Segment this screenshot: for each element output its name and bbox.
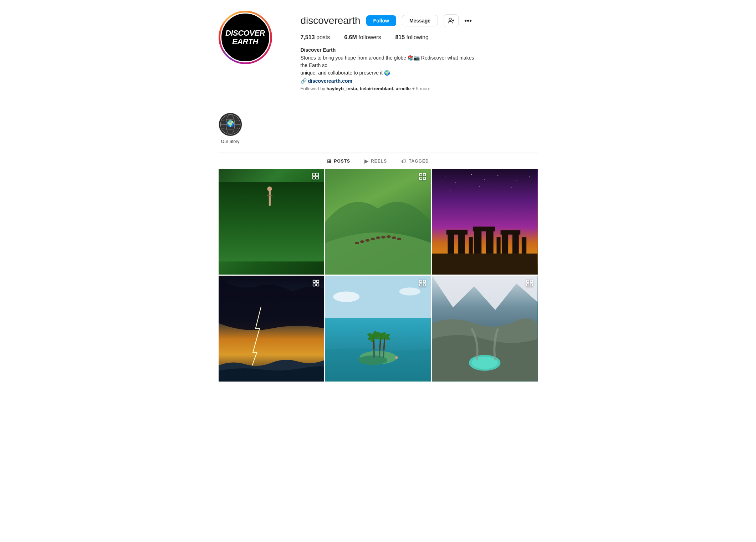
- username: discoverearth: [301, 15, 361, 26]
- svg-rect-50: [501, 230, 521, 235]
- svg-point-22: [381, 236, 385, 238]
- svg-rect-78: [420, 284, 422, 286]
- message-button[interactable]: Message: [402, 15, 438, 26]
- svg-rect-51: [469, 237, 473, 254]
- svg-point-0: [449, 18, 451, 21]
- add-person-button[interactable]: [444, 14, 459, 27]
- post-item[interactable]: [219, 276, 324, 381]
- svg-rect-12: [312, 173, 315, 176]
- reels-tab-label: REELS: [371, 159, 387, 164]
- post-1-visual: [219, 169, 324, 275]
- website-link[interactable]: 🔗 discoverearth.com: [301, 78, 538, 84]
- svg-rect-26: [420, 174, 422, 176]
- svg-point-18: [360, 240, 364, 243]
- reels-tab-icon: ▶: [364, 158, 369, 164]
- svg-rect-56: [317, 280, 319, 282]
- highlight-item[interactable]: 🌍 Our Story: [219, 113, 242, 144]
- follow-button[interactable]: Follow: [366, 15, 396, 26]
- svg-point-37: [529, 177, 530, 177]
- svg-rect-15: [316, 177, 319, 179]
- svg-rect-57: [313, 284, 315, 286]
- highlight-globe-icon: 🌍: [220, 114, 241, 135]
- following-stat[interactable]: 815 following: [395, 34, 428, 41]
- tab-tagged[interactable]: 🏷 TAGGED: [394, 153, 436, 169]
- svg-rect-43: [458, 232, 465, 254]
- svg-point-38: [450, 190, 450, 190]
- svg-rect-9: [269, 190, 270, 206]
- post-4-icon: [312, 279, 321, 288]
- svg-rect-83: [526, 280, 528, 282]
- svg-rect-8: [219, 182, 324, 261]
- link-icon: 🔗: [301, 78, 307, 84]
- svg-rect-85: [526, 284, 528, 286]
- svg-point-24: [392, 236, 396, 239]
- avatar-inner: DISCOVEREARTH: [220, 12, 270, 62]
- profile-info: discoverearth Follow Message •••: [301, 11, 538, 91]
- svg-rect-14: [312, 177, 315, 179]
- svg-point-39: [479, 186, 480, 186]
- svg-rect-55: [313, 280, 315, 282]
- post-2-visual: [325, 169, 431, 275]
- svg-point-33: [471, 174, 472, 175]
- add-person-icon: [448, 17, 455, 24]
- avatar-ring: DISCOVEREARTH: [219, 11, 272, 64]
- svg-text:🌍: 🌍: [226, 120, 235, 128]
- svg-point-36: [516, 181, 516, 181]
- svg-point-35: [497, 175, 498, 176]
- svg-rect-11: [266, 195, 272, 196]
- svg-rect-76: [420, 280, 422, 282]
- svg-rect-42: [448, 232, 455, 254]
- svg-rect-13: [316, 173, 319, 176]
- followers-stat[interactable]: 6.6M followers: [344, 34, 381, 41]
- svg-point-25: [397, 238, 401, 240]
- svg-rect-46: [486, 230, 494, 254]
- svg-point-61: [333, 292, 359, 302]
- highlight-avatar: 🌍: [219, 113, 242, 136]
- post-1-icon: [312, 173, 321, 181]
- more-button[interactable]: •••: [464, 17, 472, 25]
- post-3-visual: [432, 169, 537, 275]
- post-5-icon: [419, 279, 427, 288]
- svg-point-17: [355, 242, 359, 244]
- highlights-section: 🌍 Our Story: [219, 107, 538, 153]
- svg-point-75: [395, 356, 398, 359]
- posts-stat[interactable]: 7,513 posts: [301, 34, 330, 41]
- svg-rect-27: [423, 174, 425, 176]
- tagged-tab-icon: 🏷: [401, 158, 407, 164]
- svg-point-34: [485, 179, 485, 180]
- svg-point-10: [267, 186, 272, 191]
- svg-point-20: [371, 238, 375, 240]
- post-item[interactable]: [432, 276, 537, 381]
- bio: Stories to bring you hope from around th…: [301, 54, 479, 77]
- posts-grid: [219, 169, 538, 382]
- svg-rect-49: [512, 233, 519, 254]
- svg-rect-53: [522, 237, 526, 254]
- post-item[interactable]: [325, 169, 431, 275]
- svg-rect-58: [317, 284, 319, 286]
- tab-posts[interactable]: ⊞ POSTS: [320, 153, 357, 169]
- posts-tab-icon: ⊞: [327, 158, 332, 164]
- tabs-section: ⊞ POSTS ▶ REELS 🏷 TAGGED: [219, 153, 538, 169]
- highlight-label: Our Story: [221, 139, 239, 144]
- stats-row: 7,513 posts 6.6M followers 815 following: [301, 34, 538, 41]
- post-5-visual: [325, 276, 431, 381]
- post-6-icon: [526, 279, 534, 288]
- avatar[interactable]: DISCOVEREARTH: [219, 11, 272, 64]
- svg-rect-29: [423, 177, 425, 179]
- svg-rect-79: [423, 284, 425, 286]
- svg-rect-77: [423, 280, 425, 282]
- svg-rect-84: [530, 280, 532, 282]
- svg-rect-45: [474, 230, 482, 254]
- username-row: discoverearth Follow Message •••: [301, 14, 538, 27]
- svg-point-19: [365, 239, 369, 241]
- post-item[interactable]: [219, 169, 324, 275]
- followed-by: Followed by hayleyb_insta, belairtrembla…: [301, 86, 538, 91]
- tab-reels[interactable]: ▶ REELS: [357, 153, 394, 169]
- svg-rect-41: [432, 254, 537, 275]
- post-item[interactable]: [432, 169, 537, 275]
- svg-point-32: [455, 182, 456, 182]
- svg-rect-86: [530, 284, 532, 286]
- svg-point-82: [471, 357, 498, 369]
- post-item[interactable]: [325, 276, 431, 381]
- post-4-visual: [219, 276, 324, 381]
